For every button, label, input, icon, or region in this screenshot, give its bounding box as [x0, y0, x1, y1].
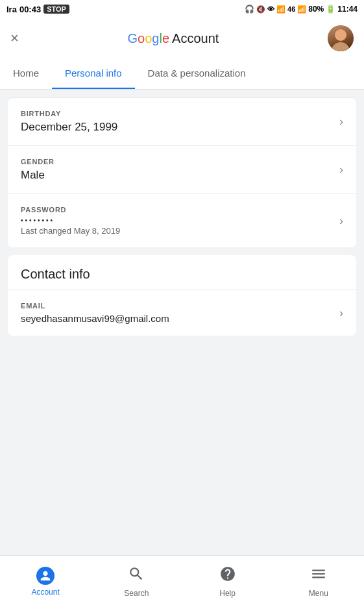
contact-info-card: Contact info EMAIL seyedhasanmusavi99@gm…: [8, 255, 356, 336]
password-info: PASSWORD •••••••• Last changed May 8, 20…: [21, 206, 332, 236]
wifi-icon: 📶: [276, 5, 285, 14]
tab-home[interactable]: Home: [0, 58, 52, 90]
tab-data-personalization[interactable]: Data & personalization: [135, 58, 259, 90]
header: × Google Account: [0, 18, 364, 58]
google-e: e: [162, 31, 169, 45]
birthday-label: BIRTHDAY: [21, 110, 332, 118]
gender-row[interactable]: GENDER Male ›: [8, 146, 356, 194]
avatar[interactable]: [328, 25, 354, 51]
google-logo: Google: [128, 31, 170, 46]
google-g: G: [128, 31, 138, 45]
mute-icon: 🔇: [256, 5, 265, 14]
nav-menu-label: Menu: [309, 589, 328, 598]
nav-account-label: Account: [31, 588, 59, 597]
email-info: EMAIL seyedhasanmusavi99@gmail.com: [21, 302, 332, 324]
status-bar: Ira 00:43 STOP 🎧 🔇 👁 📶 46 📶 80% 🔋 11:44: [0, 0, 364, 18]
eye-icon: 👁: [267, 5, 274, 13]
nav-account[interactable]: Account: [0, 567, 91, 597]
nav-search-label: Search: [124, 589, 149, 598]
content: BIRTHDAY December 25, 1999 › GENDER Male…: [0, 90, 364, 351]
stop-label: STOP: [43, 5, 69, 14]
password-label: PASSWORD: [21, 206, 332, 214]
carrier-label: Ira: [6, 5, 17, 14]
contact-info-heading: Contact info: [8, 255, 356, 290]
email-chevron-icon: ›: [339, 306, 343, 320]
help-icon: [219, 565, 236, 586]
basic-info-card: BIRTHDAY December 25, 1999 › GENDER Male…: [8, 97, 356, 247]
battery-label: 80%: [308, 5, 324, 14]
birthday-info: BIRTHDAY December 25, 1999: [21, 110, 332, 134]
nav-help-label: Help: [219, 589, 236, 598]
content-wrapper: BIRTHDAY December 25, 1999 › GENDER Male…: [0, 90, 364, 410]
header-title: Google Account: [128, 31, 219, 46]
gender-info: GENDER Male: [21, 158, 332, 182]
birthday-row[interactable]: BIRTHDAY December 25, 1999 ›: [8, 98, 356, 146]
google-o1: o: [138, 31, 145, 45]
tabs: Home Personal info Data & personalizatio…: [0, 58, 364, 90]
email-value: seyedhasanmusavi99@gmail.com: [21, 313, 332, 324]
signal-bars: 📶: [297, 5, 306, 14]
google-g2: g: [152, 31, 159, 45]
tab-personal-info[interactable]: Personal info: [52, 58, 135, 90]
nav-menu[interactable]: Menu: [273, 565, 364, 598]
password-sublabel: Last changed May 8, 2019: [21, 226, 332, 236]
nav-help[interactable]: Help: [182, 565, 273, 598]
status-left: Ira 00:43 STOP: [6, 5, 69, 14]
password-chevron-icon: ›: [339, 214, 343, 228]
email-label: EMAIL: [21, 302, 332, 310]
gender-label: GENDER: [21, 158, 332, 166]
password-row[interactable]: PASSWORD •••••••• Last changed May 8, 20…: [8, 194, 356, 247]
password-value: ••••••••: [21, 217, 332, 224]
header-account-text: Account: [172, 31, 219, 46]
status-right: 🎧 🔇 👁 📶 46 📶 80% 🔋 11:44: [245, 5, 358, 14]
gender-value: Male: [21, 169, 332, 182]
gender-chevron-icon: ›: [339, 163, 343, 177]
signal-label: 46: [287, 5, 295, 13]
birthday-value: December 25, 1999: [21, 121, 332, 134]
avatar-image: [328, 25, 354, 51]
battery-icon: 🔋: [326, 5, 335, 14]
menu-icon: [310, 565, 327, 586]
close-button[interactable]: ×: [10, 30, 19, 47]
nav-search[interactable]: Search: [91, 565, 182, 598]
time-left: 00:43: [19, 5, 41, 14]
google-o2: o: [145, 31, 152, 45]
account-icon: [36, 567, 55, 585]
email-row[interactable]: EMAIL seyedhasanmusavi99@gmail.com ›: [8, 290, 356, 336]
bottom-nav: Account Search Help Menu: [0, 555, 364, 607]
time-right: 11:44: [337, 5, 358, 14]
headphones-icon: 🎧: [245, 5, 254, 14]
birthday-chevron-icon: ›: [339, 115, 343, 129]
search-icon: [128, 565, 145, 586]
